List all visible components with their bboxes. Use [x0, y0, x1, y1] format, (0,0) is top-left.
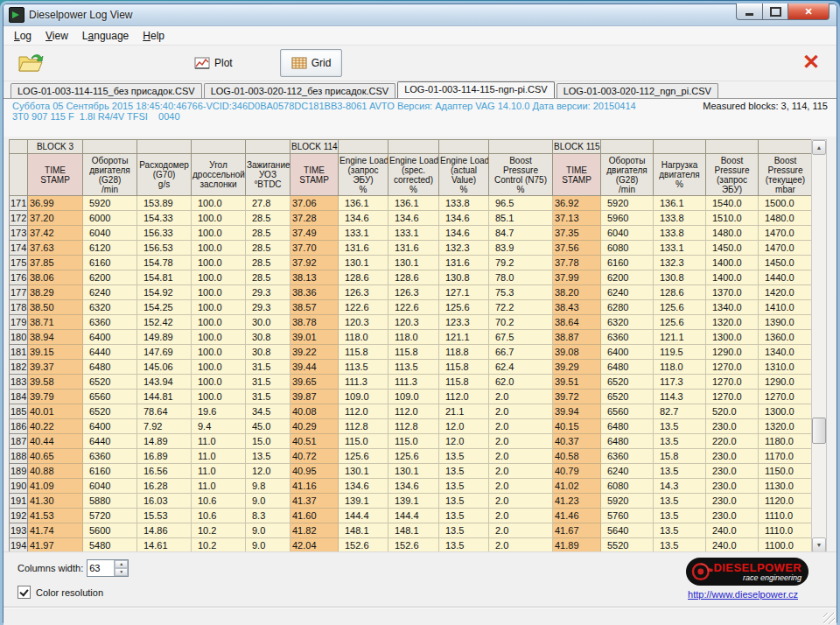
grid-cell[interactable]: 1420.0: [759, 285, 812, 300]
grid-cell[interactable]: 6560: [601, 404, 654, 419]
open-log-button[interactable]: [16, 51, 46, 75]
grid-cell[interactable]: 40.88: [28, 464, 83, 479]
grid-cell[interactable]: 120.3: [388, 315, 439, 330]
grid-cell[interactable]: 6160: [83, 256, 137, 270]
grid-cell[interactable]: 41.02: [553, 479, 601, 494]
grid-cell[interactable]: 133.8: [439, 196, 489, 211]
grid-cell[interactable]: 13.5: [439, 523, 489, 538]
grid-cell[interactable]: 6200: [601, 270, 654, 285]
grid-cell[interactable]: 9.0: [246, 494, 290, 509]
grid-cell[interactable]: 5720: [83, 509, 137, 523]
grid-cell[interactable]: 5640: [601, 523, 654, 538]
row-number[interactable]: 183: [10, 375, 28, 390]
grid-cell[interactable]: 41.97: [28, 538, 83, 553]
grid-cell[interactable]: 28.5: [246, 270, 290, 285]
grid-cell[interactable]: 6080: [601, 241, 654, 256]
tab-file-2[interactable]: LOG-01-003-114-115-ngn-pi.CSV: [397, 81, 554, 98]
row-number[interactable]: 173: [10, 226, 28, 241]
grid-cell[interactable]: 34.5: [246, 404, 290, 419]
grid-cell[interactable]: 6480: [83, 360, 137, 375]
row-number[interactable]: 178: [10, 300, 28, 315]
grid-cell[interactable]: 136.1: [388, 196, 439, 211]
grid-cell[interactable]: 41.46: [553, 509, 601, 523]
grid-cell[interactable]: 41.53: [28, 509, 83, 523]
maximize-button[interactable]: [762, 4, 788, 20]
grid-cell[interactable]: 12.0: [439, 434, 489, 449]
grid-cell[interactable]: 45.0: [246, 419, 290, 434]
grid-cell[interactable]: 6520: [83, 404, 137, 419]
grid-cell[interactable]: 133.1: [339, 226, 388, 241]
row-number[interactable]: 179: [10, 315, 28, 330]
grid-cell[interactable]: 66.7: [489, 345, 553, 360]
spin-up-button[interactable]: ▲: [115, 560, 128, 568]
grid-cell[interactable]: 1180.0: [759, 434, 812, 449]
grid-cell[interactable]: 145.06: [137, 360, 192, 375]
grid-cell[interactable]: 62.4: [489, 360, 553, 375]
grid-cell[interactable]: 27.8: [246, 196, 290, 211]
row-number[interactable]: 190: [10, 479, 28, 494]
grid-cell[interactable]: 41.74: [28, 523, 83, 538]
grid-cell[interactable]: 15.8: [654, 449, 706, 464]
grid-cell[interactable]: 15.0: [246, 434, 290, 449]
grid-cell[interactable]: 40.37: [553, 434, 601, 449]
grid-cell[interactable]: 6240: [601, 285, 654, 300]
grid-cell[interactable]: 37.06: [290, 196, 339, 211]
grid-cell[interactable]: 120.3: [339, 315, 388, 330]
grid-cell[interactable]: 2.0: [489, 523, 553, 538]
grid-cell[interactable]: 37.92: [290, 256, 339, 270]
grid-cell[interactable]: 1290.0: [759, 375, 812, 390]
grid-cell[interactable]: 40.51: [290, 434, 339, 449]
grid-cell[interactable]: 134.6: [388, 479, 439, 494]
row-number[interactable]: 180: [10, 330, 28, 345]
minimize-button[interactable]: [736, 4, 762, 20]
grid-cell[interactable]: 36.99: [28, 196, 83, 211]
grid-cell[interactable]: 16.28: [137, 479, 192, 494]
grid-cell[interactable]: 41.09: [28, 479, 83, 494]
grid-cell[interactable]: 152.42: [137, 315, 192, 330]
grid-cell[interactable]: 1370.0: [706, 285, 759, 300]
grid-cell[interactable]: 38.20: [553, 285, 601, 300]
grid-cell[interactable]: 28.5: [246, 241, 290, 256]
grid-cell[interactable]: 1290.0: [706, 345, 759, 360]
dieselpower-link[interactable]: http://www.dieselpower.cz: [688, 589, 798, 600]
grid-cell[interactable]: 115.8: [339, 345, 388, 360]
grid-cell[interactable]: 31.5: [246, 375, 290, 390]
grid-cell[interactable]: 39.37: [28, 360, 83, 375]
vertical-scrollbar[interactable]: ▲ ▼: [811, 139, 827, 553]
grid-cell[interactable]: 6480: [601, 419, 654, 434]
grid-cell[interactable]: 6040: [83, 479, 137, 494]
grid-cell[interactable]: 112.0: [439, 390, 489, 404]
grid-cell[interactable]: 134.6: [339, 479, 388, 494]
grid-cell[interactable]: 1320.0: [706, 315, 759, 330]
grid-cell[interactable]: 10.2: [192, 523, 246, 538]
grid-cell[interactable]: 38.29: [28, 285, 83, 300]
scroll-up-button[interactable]: ▲: [812, 140, 826, 155]
grid-cell[interactable]: 6160: [601, 256, 654, 270]
grid-cell[interactable]: 220.0: [706, 434, 759, 449]
row-number[interactable]: 185: [10, 404, 28, 419]
grid-cell[interactable]: 2.0: [489, 509, 553, 523]
grid-cell[interactable]: 131.6: [388, 241, 439, 256]
grid-cell[interactable]: 1130.0: [759, 479, 812, 494]
grid-cell[interactable]: 1270.0: [706, 375, 759, 390]
scroll-down-button[interactable]: ▼: [812, 537, 826, 552]
close-button[interactable]: ✕: [788, 4, 830, 20]
grid-cell[interactable]: 122.6: [339, 300, 388, 315]
grid-cell[interactable]: 133.1: [654, 241, 706, 256]
grid-cell[interactable]: 13.5: [654, 523, 706, 538]
grid-cell[interactable]: 100.0: [192, 360, 246, 375]
grid-cell[interactable]: 40.79: [553, 464, 601, 479]
grid-cell[interactable]: 13.5: [439, 494, 489, 509]
grid-cell[interactable]: 133.1: [388, 226, 439, 241]
grid-cell[interactable]: 12.0: [246, 464, 290, 479]
grid-cell[interactable]: 154.33: [137, 211, 192, 226]
grid-cell[interactable]: 39.44: [290, 360, 339, 375]
grid-cell[interactable]: 11.0: [192, 434, 246, 449]
grid-cell[interactable]: 144.81: [137, 390, 192, 404]
grid-cell[interactable]: 121.1: [439, 330, 489, 345]
grid-cell[interactable]: 148.1: [339, 523, 388, 538]
grid-cell[interactable]: 39.15: [28, 345, 83, 360]
tab-file-0[interactable]: LOG-01-003-114-115_без присадок.CSV: [10, 83, 202, 98]
grid-cell[interactable]: 132.3: [654, 256, 706, 270]
grid-cell[interactable]: 6360: [83, 449, 137, 464]
